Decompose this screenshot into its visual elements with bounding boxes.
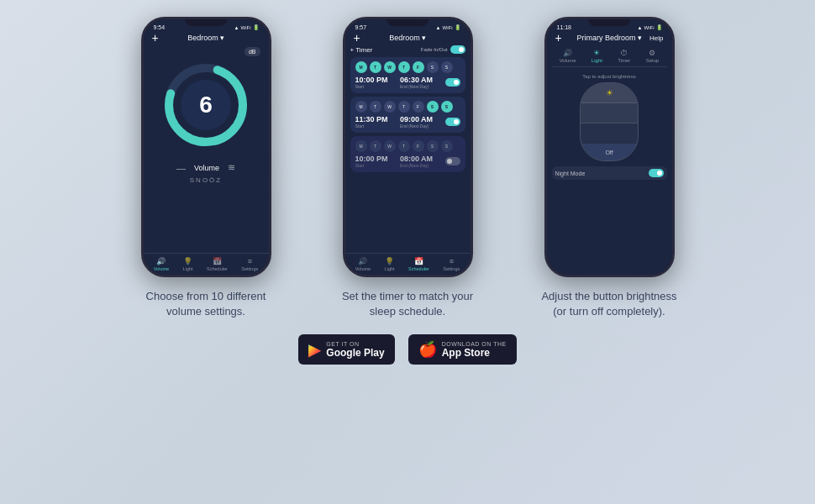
brightness-slider[interactable]: ☀ Off: [580, 82, 639, 161]
day-t-2[interactable]: T: [370, 101, 381, 113]
timer2-toggle[interactable]: [445, 118, 460, 126]
day-w-3[interactable]: W: [384, 140, 396, 152]
tab-volume-3[interactable]: 🔊 Volume: [560, 49, 576, 63]
status-icons-3: ▲ WiFi 🔋: [638, 24, 662, 30]
fade-label: Fade In/Out: [421, 47, 448, 52]
time-2: 9:57: [355, 24, 367, 30]
day-th-1[interactable]: T: [398, 61, 410, 73]
tab-setup-3[interactable]: ⚙ Setup: [646, 49, 660, 63]
nav-scheduler-2[interactable]: 📅 Scheduler: [408, 257, 429, 271]
tab-timer-3[interactable]: ⏱ Timer: [618, 49, 630, 63]
day-sa-1[interactable]: S: [427, 61, 439, 73]
google-play-btn[interactable]: ▶ GET IT ON Google Play: [298, 334, 394, 365]
brightness-mid[interactable]: [581, 103, 638, 123]
nav-settings-2[interactable]: ≡ Settings: [443, 257, 460, 271]
day-su-1[interactable]: S: [441, 61, 453, 73]
nav-scheduler-1[interactable]: 📅 Scheduler: [207, 257, 228, 271]
ring-container[interactable]: 6: [164, 63, 248, 147]
phone1-container: 9:54 ▲ WiFi 🔋 + Bedroom ▾: [130, 17, 281, 319]
status-bar-2: 9:57 ▲ WiFi 🔋: [345, 19, 471, 32]
times-row-1: 10:00 PM Start 06:30 AM End (Next Day): [355, 76, 460, 89]
volume-control: — Volume ≋: [176, 162, 235, 173]
time-3: 11:18: [557, 24, 572, 30]
days-row-1: M T W T F S S: [355, 61, 460, 73]
times-row-2: 11:30 PM Start 09:00 AM End (Next Day): [355, 115, 460, 129]
snooz-text: SNOÖZ: [190, 176, 222, 184]
nav-light-1[interactable]: 💡 Light: [183, 257, 193, 271]
day-f-1[interactable]: F: [413, 61, 424, 73]
app-store-pre: Download on the: [442, 341, 507, 347]
day-th-2[interactable]: T: [398, 101, 410, 113]
status-bar-3: 11:18 ▲ WiFi 🔋: [547, 19, 672, 32]
status-bar-1: 9:54 ▲ WiFi 🔋: [144, 19, 269, 32]
nav-light-2[interactable]: 💡 Light: [385, 257, 395, 271]
phone3-container: 11:18 ▲ WiFi 🔋 + Primary Bedroom ▾ Help: [534, 17, 685, 319]
bottom-nav-1: 🔊 Volume 💡 Light 📅 Scheduler ≡ Settings: [144, 253, 269, 275]
end-time-3: 08:00 AM End (Next Day): [400, 155, 433, 168]
settings-nav-icon: ≡: [248, 257, 252, 265]
day-t-3[interactable]: T: [370, 140, 381, 152]
app-store-btn[interactable]: 🍎 Download on the App Store: [408, 334, 517, 365]
help-btn-3[interactable]: Help: [649, 34, 663, 42]
timer1-toggle[interactable]: [445, 78, 460, 87]
brightness-high[interactable]: ☀: [581, 83, 638, 103]
brightness-low[interactable]: [581, 123, 638, 144]
timer3-toggle[interactable]: [445, 157, 460, 165]
volume-screen: dB 6: [144, 44, 269, 253]
fade-toggle-switch[interactable]: [450, 45, 465, 54]
brightness-off[interactable]: Off: [581, 144, 638, 160]
light-nav-icon: 💡: [183, 257, 192, 265]
sun-icon: ☀: [606, 88, 613, 97]
vol-plus-icon[interactable]: ≋: [228, 162, 235, 173]
timer-card-2: M T W T F S S 11:30 PM Start: [350, 97, 465, 133]
plus-btn-1[interactable]: +: [152, 31, 159, 45]
phone1-screen: 9:54 ▲ WiFi 🔋 + Bedroom ▾: [144, 19, 269, 275]
day-f-3[interactable]: F: [413, 140, 424, 152]
db-badge: dB: [244, 47, 260, 56]
apple-icon: 🍎: [418, 340, 437, 359]
night-mode-label: Night Mode: [555, 171, 586, 176]
volume-nav-icon: 🔊: [156, 257, 166, 265]
status-icons-1: ▲ WiFi 🔋: [234, 24, 259, 30]
end-time-1: 06:30 AM End (Next Day): [400, 76, 433, 89]
app-header-2: + Bedroom ▾: [345, 32, 471, 44]
vol-minus-icon[interactable]: —: [176, 163, 186, 173]
phone1: 9:54 ▲ WiFi 🔋 + Bedroom ▾: [141, 17, 271, 277]
nav-volume-2[interactable]: 🔊 Volume: [355, 257, 371, 271]
timer-card-1: M T W T F S S 10:00 PM Start: [350, 57, 465, 93]
night-mode-toggle[interactable]: [649, 169, 664, 177]
timer-add-btn[interactable]: + Timer: [350, 46, 373, 54]
day-sa-2[interactable]: S: [427, 101, 439, 113]
phones-row: 9:54 ▲ WiFi 🔋 + Bedroom ▾: [130, 17, 685, 319]
nav-volume-1[interactable]: 🔊 Volume: [154, 257, 169, 271]
light-screen: 🔊 Volume ☀ Light ⏱ Timer ⚙: [547, 44, 672, 275]
nav-tabs-3: 🔊 Volume ☀ Light ⏱ Timer ⚙: [552, 49, 667, 67]
room-title-2: Bedroom ▾: [389, 34, 426, 42]
day-w-1[interactable]: W: [384, 61, 396, 73]
day-sa-3[interactable]: S: [427, 140, 439, 152]
volume-number: 6: [199, 92, 213, 118]
plus-btn-2[interactable]: +: [354, 31, 360, 45]
day-th-3[interactable]: T: [398, 140, 410, 152]
day-su-2[interactable]: S: [441, 101, 453, 113]
day-su-3[interactable]: S: [441, 140, 453, 152]
tab-light-3[interactable]: ☀ Light: [592, 49, 602, 63]
day-w-2[interactable]: W: [384, 101, 396, 113]
plus-btn-3[interactable]: +: [555, 31, 562, 45]
night-mode-row: Night Mode: [552, 166, 667, 180]
day-m-2[interactable]: M: [355, 101, 367, 113]
phone2-container: 9:57 ▲ WiFi 🔋 + Bedroom ▾: [332, 17, 483, 319]
day-m-1[interactable]: M: [355, 61, 367, 73]
caption-3: Adjust the button brightness (or turn of…: [534, 289, 685, 319]
store-buttons-row: ▶ GET IT ON Google Play 🍎 Download on th…: [298, 334, 516, 365]
day-m-3[interactable]: M: [355, 140, 367, 152]
day-f-2[interactable]: F: [413, 101, 424, 113]
app-store-text: Download on the App Store: [442, 341, 507, 359]
day-t-1[interactable]: T: [370, 61, 381, 73]
timer-header-row: + Timer Fade In/Out: [350, 45, 465, 54]
status-icons-2: ▲ WiFi 🔋: [436, 24, 460, 30]
phone2-screen: 9:57 ▲ WiFi 🔋 + Bedroom ▾: [345, 19, 471, 275]
brightness-hint: Tap to adjust brightness: [552, 74, 667, 79]
nav-settings-1[interactable]: ≡ Settings: [241, 257, 258, 271]
phone3: 11:18 ▲ WiFi 🔋 + Primary Bedroom ▾ Help: [544, 17, 675, 277]
